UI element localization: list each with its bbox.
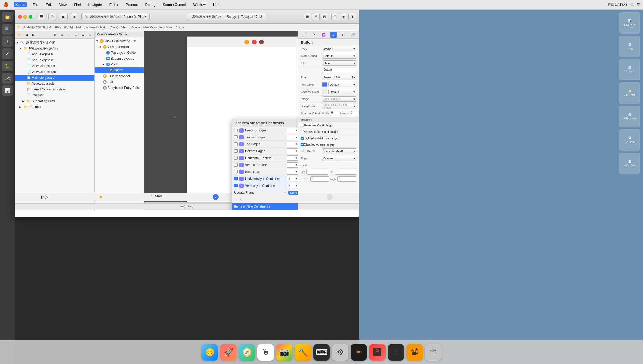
popup-submenu-row-items[interactable]: Items of New Constraints [232,203,298,210]
bottom-edges-checkbox[interactable] [234,149,238,153]
sidebar-list-icon[interactable]: ≡ [59,32,65,38]
outline-item-exit[interactable]: E Exit [95,79,144,85]
desktop-icon-png2[interactable]: 🖼 车丹分 [619,59,640,80]
dock-launchpad[interactable]: 🚀 [220,344,237,361]
top-edges-checkbox[interactable] [234,142,238,146]
inspector-tab-file[interactable]: 📄 [301,32,307,38]
desktop-icon-excel[interactable]: 📊 第13...业班 [619,12,640,34]
apple-menu[interactable]: 🍎 [3,2,9,7]
left-icon-debug[interactable]: 🐛 [2,61,13,71]
image-dropdown[interactable]: Default Image ▾ [322,96,356,102]
desktop-icon-ksi[interactable]: 🖼 KSI...aster [619,106,640,127]
scheme-selector[interactable]: 🔨 10-应用程序对象介绍 › iPhone 6s Plus ▾ [81,13,150,20]
disabled-checkbox[interactable] [301,143,304,146]
library-icon-2[interactable]: ■ [99,194,102,200]
panel-center-btn[interactable]: ◈ [340,13,347,20]
tree-item-viewcontroller-m[interactable]: 📄 ViewController.m [15,69,94,75]
sidebar-folder-icon[interactable]: 📁 [17,32,22,38]
outline-item-button[interactable]: B Button [95,67,144,73]
menu-window[interactable]: Window [192,2,207,7]
bottom-inset-input[interactable]: 0 [310,176,329,182]
outline-item-view-controller-scene[interactable]: ▼ V View Controller Scene [95,38,144,44]
popup-row-h-in-container[interactable]: ✓ ↔ Horizontally in Container 0▾ [232,175,298,182]
popup-row-leading-edges[interactable]: ⊢ Leading Edges ▾ [232,127,298,134]
vertical-centers-checkbox[interactable] [234,163,238,167]
v-container-checkbox[interactable]: ✓ [234,184,238,187]
sidebar-toggle-btn[interactable]: ☰ [38,13,45,20]
tree-item-products[interactable]: ▶ 📁 Products [15,104,94,110]
left-icon-search[interactable]: 🔍 [2,24,13,35]
breadcrumb-6[interactable]: View Controller [143,26,163,29]
popup-row-vertical-centers[interactable]: ↕ Vertical Centers ▾ [232,162,298,168]
menu-xcode[interactable]: Xcode [14,2,27,7]
left-icon-warning[interactable]: ⚠ [2,36,13,47]
tree-item-viewcontroller-h[interactable]: 📄 ViewController.h [15,63,94,69]
menubar-search-icon[interactable]: 🔍 [630,3,634,7]
run-btn[interactable]: ▶ [59,13,68,20]
top-edges-dropdown[interactable]: ▾ [287,142,298,147]
popup-row-v-in-container[interactable]: ✓ ↕ Vertically in Container 0▾ [232,182,298,189]
tree-item-appdelegate-h[interactable]: 📄 AppDelegate.h [15,51,94,57]
tree-item-main-storyboard[interactable]: 📋 Main.storyboard [15,75,94,81]
dock-red-app[interactable]: 🅿 [369,344,386,361]
top-inset-input[interactable]: 0 [335,169,356,175]
shadow-width-input[interactable]: 0 [330,111,339,116]
dock-photos[interactable]: 📷 [276,344,292,361]
popup-row-baselines[interactable]: — Baselines ▾ [232,168,298,175]
breadcrumb-1[interactable]: 10-应用程序对象介绍 [24,25,52,29]
library-icon-6[interactable] [327,194,333,200]
tree-item-appdelegate-m[interactable]: 📄 AppDelegate.m [15,57,94,63]
menu-find[interactable]: Find [72,2,82,7]
sidebar-filter-icon[interactable]: ⊞ [52,32,58,38]
library-icon-3[interactable]: Label [152,194,162,200]
layout-btn-2[interactable]: ⊟ [312,13,320,20]
desktop-icon-png1[interactable]: 🖼 ...png [619,36,640,57]
left-icon-test[interactable]: ✓ [2,48,13,59]
baselines-dropdown[interactable]: ▾ [287,169,298,175]
dock-monitor[interactable]: 🖥 [388,344,404,361]
horizontal-centers-dropdown[interactable]: ▾ [287,155,298,161]
breadcrumb-7[interactable]: View [166,26,172,29]
shadow-color-dropdown[interactable]: Default ▾ [328,89,356,94]
left-icon-source[interactable]: ⎇ [2,73,13,84]
update-frame-value[interactable]: None [288,191,298,195]
left-icon-folder[interactable]: 📁 [2,12,13,22]
button-text-input[interactable]: Button [322,68,356,73]
dock-present[interactable]: 📽 [406,344,423,361]
stop-btn[interactable]: ■ [71,13,78,20]
horizontal-centers-checkbox[interactable] [234,156,238,160]
outline-item-bottom-layout[interactable]: B Bottom Layout... [95,56,144,61]
dock-trash[interactable]: 🗑 [425,344,442,361]
library-icon-1[interactable]: ▷▷ [41,194,49,200]
shadow-color-swatch[interactable] [322,90,327,94]
sidebar-clock-icon[interactable]: ⏱ [73,32,79,38]
breadcrumb-8[interactable]: Button [175,26,184,29]
left-icon-report[interactable]: 📊 [2,85,13,96]
outline-item-first-responder[interactable]: F First Responder [95,73,144,79]
tree-item-info-plist[interactable]: 📄 Info.plist [15,92,94,98]
inspector-tab-attributes[interactable]: ≡ [330,32,337,38]
reverses-checkbox[interactable] [301,124,304,127]
menu-editor[interactable]: Editor [108,2,120,7]
dock-term[interactable]: ⌨ [313,344,330,361]
menu-help[interactable]: Help [212,2,222,7]
inspector-tab-connections[interactable]: 🔗 [350,32,356,38]
h-container-checkbox[interactable]: ✓ [234,177,238,180]
popup-row-top-edges[interactable]: ⊤ Top Edges ▾ [232,141,298,148]
outline-item-view[interactable]: ▼ V View [95,61,144,67]
inspector-tab-quick[interactable]: ? [311,32,317,38]
dock-mouse[interactable]: 🖱 [257,344,274,361]
font-selector[interactable]: System 15.0 T▾ [322,75,356,80]
tree-item-assets[interactable]: 📁 Assets.xcassets [15,81,94,86]
panel-left-btn[interactable]: ◫ [331,13,339,20]
outline-item-top-layout[interactable]: T Top Layout Guide [95,50,144,56]
maximize-button[interactable] [29,15,32,19]
menu-debug[interactable]: Debug [144,2,157,7]
breadcrumb-5[interactable]: View...r Scene [121,26,140,29]
line-break-dropdown[interactable]: Truncate Middle ▾ [322,148,356,154]
sidebar-chevron-icon[interactable]: ▷ [87,32,93,38]
popup-row-trailing-edges[interactable]: ⊣ Trailing Edges ▾ [232,134,298,141]
baselines-checkbox[interactable] [234,170,238,173]
leading-edges-checkbox[interactable] [234,129,238,132]
dock-finder[interactable]: 😊 [201,344,218,361]
